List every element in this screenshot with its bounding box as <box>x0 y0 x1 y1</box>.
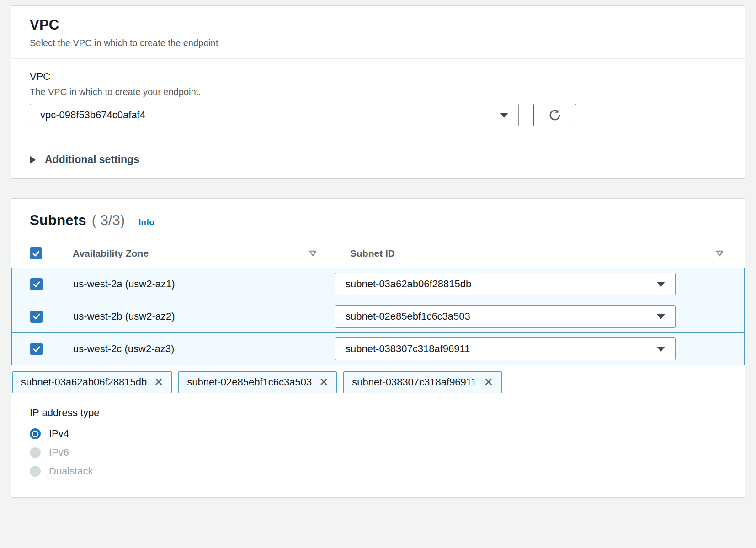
table-row: us-west-2c (usw2-az3) subnet-038307c318a… <box>11 332 745 365</box>
select-all-checkbox[interactable] <box>30 247 42 259</box>
caret-right-icon <box>30 156 36 164</box>
subnet-id-select-value: subnet-03a62ab06f28815db <box>346 278 471 290</box>
vpc-card: VPC Select the VPC in which to create th… <box>11 5 745 178</box>
radio-option-ipv4[interactable]: IPv4 <box>30 428 726 440</box>
chevron-down-icon <box>657 282 665 287</box>
row-checkbox[interactable] <box>30 311 43 323</box>
sort-icon <box>309 250 317 257</box>
row-checkbox[interactable] <box>30 278 43 290</box>
ip-address-type-section: IP address type IPv4 IPv6 Dualstack <box>11 393 745 497</box>
subnet-id-select-value: subnet-038307c318af96911 <box>346 343 470 355</box>
refresh-icon <box>548 108 562 122</box>
availability-zone-cell: us-west-2a (usw2-az1) <box>73 278 335 290</box>
info-link[interactable]: Info <box>138 217 154 227</box>
vpc-card-description: Select the VPC in which to create the en… <box>30 38 726 48</box>
radio-label: IPv4 <box>49 428 69 440</box>
availability-zone-cell: us-west-2b (usw2-az2) <box>73 311 335 322</box>
selected-subnet-tokens: subnet-03a62ab06f28815db ✕ subnet-02e85e… <box>12 371 734 393</box>
refresh-button[interactable] <box>533 104 576 126</box>
column-divider <box>59 247 59 260</box>
subnets-table-header: Availability Zone Subnet ID <box>11 239 745 268</box>
vpc-card-header: VPC Select the VPC in which to create th… <box>11 6 745 59</box>
radio-disabled-icon <box>30 466 41 477</box>
subnets-card: Subnets ( 3/3) Info Availability Zone Su… <box>11 198 745 498</box>
vpc-field-description: The VPC in which to create your endpoint… <box>30 87 726 97</box>
subnet-token: subnet-03a62ab06f28815db ✕ <box>12 371 172 393</box>
vpc-field-section: VPC The VPC in which to create your endp… <box>11 59 745 142</box>
chevron-down-icon <box>657 314 665 319</box>
vpc-select-value: vpc-098f53b674c0afaf4 <box>40 109 145 121</box>
table-row: us-west-2a (usw2-az1) subnet-03a62ab06f2… <box>11 268 745 300</box>
subnet-token-label: subnet-038307c318af96911 <box>352 376 476 388</box>
additional-settings-label: Additional settings <box>45 153 139 166</box>
vpc-card-title: VPC <box>30 17 726 33</box>
subnet-token: subnet-02e85ebf1c6c3a503 ✕ <box>178 371 337 393</box>
subnets-count: ( 3/3) <box>92 212 125 229</box>
vpc-field-label: VPC <box>30 71 726 83</box>
radio-selected-icon <box>30 428 41 439</box>
radio-option-dualstack: Dualstack <box>30 465 726 477</box>
radio-disabled-icon <box>30 447 41 458</box>
additional-settings-expander[interactable]: Additional settings <box>30 153 139 166</box>
subnet-token-label: subnet-02e85ebf1c6c3a503 <box>187 376 312 388</box>
chevron-down-icon <box>500 113 508 118</box>
availability-zone-cell: us-west-2c (usw2-az3) <box>73 343 335 355</box>
remove-token-icon[interactable]: ✕ <box>484 377 493 388</box>
subnet-id-select[interactable]: subnet-02e85ebf1c6c3a503 <box>335 305 676 328</box>
subnet-token: subnet-038307c318af96911 ✕ <box>343 371 502 393</box>
subnets-card-title: Subnets <box>30 212 86 229</box>
column-divider <box>336 247 336 260</box>
vpc-field-row: vpc-098f53b674c0afaf4 <box>30 104 726 126</box>
availability-zone-header-label: Availability Zone <box>73 248 149 259</box>
radio-option-ipv6: IPv6 <box>30 447 726 458</box>
page: VPC Select the VPC in which to create th… <box>0 0 756 498</box>
ip-address-type-label: IP address type <box>30 407 726 419</box>
column-header-availability-zone[interactable]: Availability Zone <box>73 248 319 259</box>
check-icon <box>32 344 41 353</box>
subnets-card-header: Subnets ( 3/3) Info <box>11 199 745 239</box>
subnet-id-select[interactable]: subnet-03a62ab06f28815db <box>335 273 676 295</box>
check-icon <box>32 249 41 258</box>
subnet-id-header-label: Subnet ID <box>350 248 395 259</box>
additional-settings-section: Additional settings <box>11 142 745 178</box>
chevron-down-icon <box>657 347 665 352</box>
remove-token-icon[interactable]: ✕ <box>319 377 328 388</box>
check-icon <box>32 312 41 321</box>
column-header-subnet-id[interactable]: Subnet ID <box>350 248 726 259</box>
subnet-id-select-value: subnet-02e85ebf1c6c3a503 <box>346 311 470 322</box>
ip-address-type-radio-group: IPv4 IPv6 Dualstack <box>30 428 726 477</box>
table-row: us-west-2b (usw2-az2) subnet-02e85ebf1c6… <box>11 300 745 333</box>
remove-token-icon[interactable]: ✕ <box>154 377 163 388</box>
subnet-token-label: subnet-03a62ab06f28815db <box>21 376 147 388</box>
check-icon <box>32 279 41 289</box>
radio-label: Dualstack <box>49 465 93 477</box>
row-checkbox[interactable] <box>30 343 43 355</box>
subnet-id-select[interactable]: subnet-038307c318af96911 <box>335 337 676 360</box>
radio-label: IPv6 <box>49 447 69 458</box>
sort-icon <box>716 250 724 257</box>
vpc-select[interactable]: vpc-098f53b674c0afaf4 <box>30 104 519 126</box>
